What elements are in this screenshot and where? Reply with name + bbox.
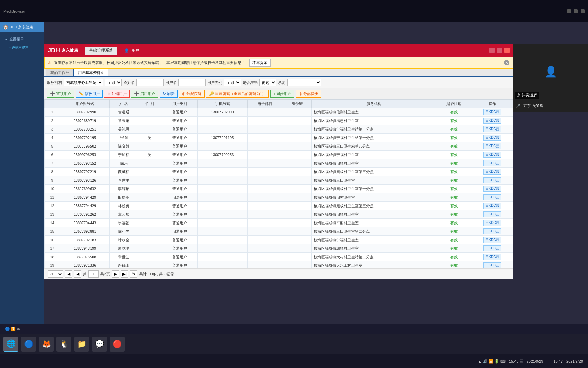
ops-btn[interactable]: 日KDC云	[483, 228, 501, 234]
header-close[interactable]	[504, 48, 510, 53]
taskbar-item-chrome[interactable]: 🔵	[21, 337, 36, 352]
table-row[interactable]: 2 13021689719 章玉琳 普通用户 核海区福成镇福忠村卫生室 有效 日…	[45, 117, 513, 125]
cell-institution: 核海区福成镇旧村卫生室	[312, 193, 436, 202]
system-label: 系统	[278, 80, 285, 85]
sidebar-item-user-profile[interactable]: 用户基本资料	[3, 44, 42, 52]
ops-btn[interactable]: 日KDC云	[483, 169, 501, 175]
edit-user-btn[interactable]: ✏️ 修改用户	[76, 90, 103, 98]
ops-btn[interactable]: 日KDC云	[483, 186, 501, 192]
table-row[interactable]: 18 13877975508 章世艺 普通用户 核海区福成镇大村村卫生站第二分点…	[45, 253, 513, 261]
table-row[interactable]: 4 13007792195 张划 男 普通用户 13077291195 核海区福…	[45, 134, 513, 142]
header-minimize[interactable]	[489, 48, 495, 53]
table-row[interactable]: 10 13617699632 李碎招 普通用户 核海区福成镇潮板村卫生室第一分点…	[45, 185, 513, 193]
cell-name: 手连福	[110, 219, 138, 227]
table-row[interactable]: 12 13867794429 林超勇 普通用户 核海区福成镇潮板村卫生室第三分点…	[45, 202, 513, 210]
ops-btn[interactable]: 日KDC云	[483, 152, 501, 158]
is-registered-select[interactable]: 两选	[259, 79, 276, 86]
ops-btn[interactable]: 日KDC云	[483, 254, 501, 260]
cell-phone	[197, 253, 247, 261]
page-size-select[interactable]: 30	[48, 270, 63, 278]
cell-institution: 核海区福成镇福忠村卫生室	[312, 117, 436, 125]
table-row[interactable]: 3 13067793251 吴礼男 普通用户 核海区福成镇宁福村卫生站第一分点 …	[45, 125, 513, 134]
maximize-icon[interactable]	[574, 9, 578, 13]
table-row[interactable]: 5 13077796502 陈义雄 普通用户 核海区福成镇三口卫生站第八分点 有…	[45, 142, 513, 151]
ops-btn[interactable]: 日KDC云	[483, 262, 501, 268]
notification-dismiss-btn[interactable]: 不再提示	[249, 59, 271, 67]
cell-institution: 核海区福成镇宁福村卫生室	[312, 151, 436, 159]
reset-password-btn[interactable]: 🔑 重置密码（重置后的密码为1）	[206, 90, 269, 98]
cell-name: 陈乐	[110, 159, 138, 168]
prev-page-btn[interactable]: ◀	[74, 270, 81, 278]
taskbar-item-files[interactable]: 📁	[74, 337, 89, 352]
table-row[interactable]: 9 13807793126 李世里 普通用户 核海区福成镇三口卫生室 有效 日K…	[45, 176, 513, 185]
first-page-btn[interactable]: |◀	[65, 270, 72, 278]
cell-type: 普通用户	[162, 219, 197, 227]
table-row[interactable]: 13 13707791262 章大加 普通用户 核海区福成镇旧镇村卫生室 有效 …	[45, 210, 513, 219]
tab-user-profile[interactable]: 用户基本资料✕	[74, 69, 108, 76]
table-row[interactable]: 11 13867794429 旧居高 旧居用户 核海区福成镇旧村卫生室 有效 日…	[45, 193, 513, 202]
assign-institution-btn[interactable]: ◎ 分配院所	[179, 90, 205, 98]
real-name-input[interactable]	[136, 79, 164, 86]
table-row[interactable]: 19 13877971336 严福山 普通用户 核海区福成镇大水工村卫生室 有效…	[45, 261, 513, 269]
table-row[interactable]: 8 13807797219 颜威标 普通用户 核海区福成镇潮板村卫生室第三分点 …	[45, 168, 513, 176]
table-row[interactable]: 7 13657793152 陈乐 普通用户 核海区福成镇旧镇村卫生室 有效 日K…	[45, 159, 513, 168]
ops-btn[interactable]: 日KDC云	[483, 143, 501, 149]
cell-idcard	[283, 108, 312, 117]
service-inst-select[interactable]: 福成镇中心卫生院	[64, 79, 103, 86]
cell-institution: 核海区福成镇宁福村卫生站第一分点	[312, 134, 436, 142]
assign-archive-btn[interactable]: ◎ 分配保册	[296, 90, 321, 98]
cell-name: 陈义雄	[110, 142, 138, 151]
taskbar-item-linux[interactable]: 🐧	[56, 337, 71, 352]
taskbar-item-app[interactable]: 🔴	[110, 337, 125, 352]
taskbar-item-chat[interactable]: 💬	[92, 337, 107, 352]
ops-btn[interactable]: 日KDC云	[483, 160, 501, 166]
tab-work-station[interactable]: 我的工作台	[46, 69, 74, 76]
user-type-select[interactable]: 全部	[224, 79, 241, 86]
page-input[interactable]	[88, 270, 99, 278]
close-icon[interactable]	[581, 9, 585, 13]
cell-ops: 日KDC云	[472, 125, 513, 134]
ops-btn[interactable]: 日KDC云	[483, 135, 501, 141]
cell-idcard	[283, 193, 312, 202]
taskbar-item-firefox[interactable]: 🦊	[39, 337, 54, 352]
ops-btn[interactable]: 日KDC云	[483, 126, 501, 132]
last-page-btn[interactable]: ▶|	[121, 270, 128, 278]
ops-btn[interactable]: 日KDC云	[483, 118, 501, 124]
cell-phone: 13077291195	[197, 134, 247, 142]
cell-num: 14	[45, 219, 60, 227]
ops-btn[interactable]: 日KDC云	[483, 211, 501, 217]
ops-btn[interactable]: 日KDC云	[483, 237, 501, 243]
add-user-btn[interactable]: ➕ 置顶用户	[47, 90, 74, 98]
reload-page-btn[interactable]: ↻	[130, 270, 137, 278]
cell-gender	[138, 253, 162, 261]
ops-btn[interactable]: 日KDC云	[483, 194, 501, 200]
notification-close-btn[interactable]: ✕	[504, 60, 509, 65]
table-row[interactable]: 6 13099796253 宁加标 男 普通用户 13007799253 核海区…	[45, 151, 513, 159]
cell-gender	[138, 176, 162, 185]
username-label: 用户名	[165, 80, 177, 85]
scope-select[interactable]: 全部	[105, 79, 122, 86]
next-page-btn[interactable]: ▶	[112, 270, 119, 278]
cell-phone	[197, 159, 247, 168]
username-input[interactable]	[178, 79, 206, 86]
ops-btn[interactable]: 日KDC云	[483, 109, 501, 115]
cancel-user-btn[interactable]: ✕ 注销用户	[104, 90, 130, 98]
cell-name: 旧居高	[110, 193, 138, 202]
ops-btn[interactable]: 日KDC云	[483, 245, 501, 251]
refresh-btn[interactable]: ↻ 刷新	[160, 90, 178, 98]
table-row[interactable]: 14 13807794443 手连福 普通用户 核海区福成镇平船村卫生室 有效 …	[45, 219, 513, 227]
table-row[interactable]: 16 13807792183 叶水全 普通用户 核海区福成镇宁福村卫生室 有效 …	[45, 236, 513, 244]
table-row[interactable]: 17 13877943199 周党少 普通用户 核海区福成镇城镇村卫生室 有效 …	[45, 244, 513, 253]
system-select[interactable]	[287, 79, 321, 86]
ops-btn[interactable]: 日KDC云	[483, 203, 501, 209]
table-row[interactable]: 15 13677892881 陈小界 旧通用户 核海区福成镇三口卫生室第二分点 …	[45, 227, 513, 236]
enable-user-btn[interactable]: ➕ 启用用户	[131, 90, 158, 98]
table-row[interactable]: 1 13007792990 管道通 普通用户 13007792990 核海区福成…	[45, 108, 513, 117]
header-maximize[interactable]	[497, 48, 502, 53]
sidebar-item-all-menu[interactable]: ≡ 全部菜单	[3, 34, 42, 44]
ops-btn[interactable]: 日KDC云	[483, 177, 501, 183]
sync-user-btn[interactable]: ↑ 同步用户	[270, 90, 294, 98]
ops-btn[interactable]: 日KDC云	[483, 220, 501, 226]
taskbar-item-browser[interactable]: 🌐	[3, 337, 18, 352]
minimize-icon[interactable]	[567, 9, 571, 13]
